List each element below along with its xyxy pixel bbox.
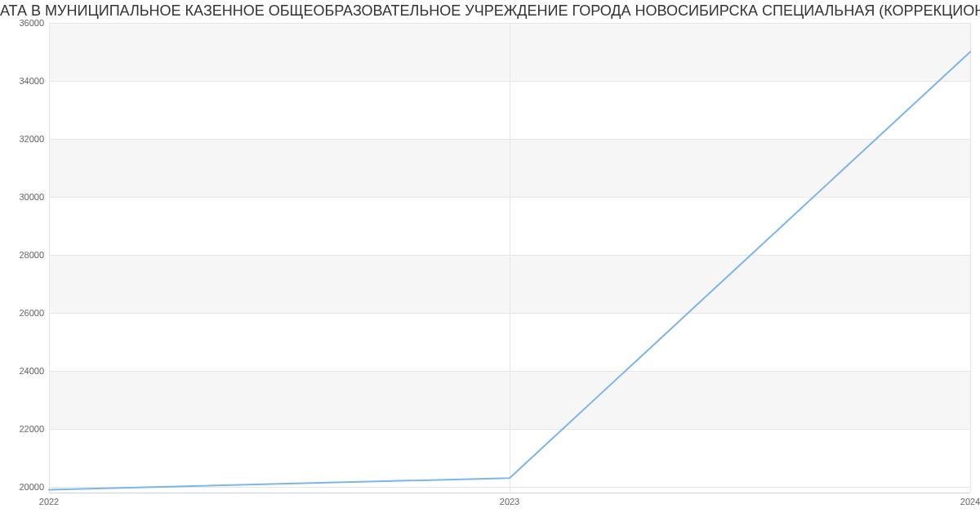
x-tick-label: 2022 [39,497,59,506]
y-tick-label: 24000 [3,366,44,376]
y-tick-label: 32000 [3,134,44,144]
y-tick-label: 26000 [3,308,44,318]
y-tick-label: 22000 [3,424,44,434]
x-tick-label: 2023 [500,497,519,506]
y-tick-label: 36000 [3,18,44,28]
x-tick-label: 2024 [960,497,980,506]
y-tick-label: 28000 [3,250,44,260]
x-gridline [970,23,971,493]
chart-title: АТА В МУНИЦИПАЛЬНОЕ КАЗЕННОЕ ОБЩЕОБРАЗОВ… [0,0,980,21]
series-line [49,23,970,493]
salary-line-chart: АТА В МУНИЦИПАЛЬНОЕ КАЗЕННОЕ ОБЩЕОБРАЗОВ… [0,0,980,531]
y-tick-label: 34000 [3,76,44,86]
y-tick-label: 20000 [3,482,44,492]
y-tick-label: 30000 [3,192,44,202]
